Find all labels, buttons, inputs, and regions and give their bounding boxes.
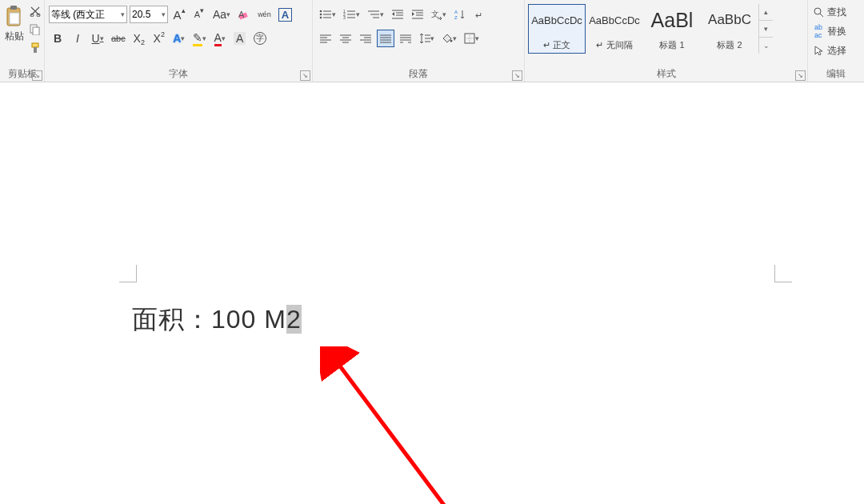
phonetic-button[interactable]: wén	[255, 6, 274, 23]
shading-button[interactable]: ▾	[439, 30, 459, 47]
svg-text:文: 文	[431, 10, 439, 18]
justify-icon	[380, 34, 391, 43]
dialog-launcher-font[interactable]	[300, 70, 310, 81]
italic-button[interactable]: I	[69, 30, 86, 47]
svg-rect-2	[10, 13, 19, 24]
grow-font-button[interactable]: A▴	[170, 6, 188, 23]
eraser-icon: A	[238, 9, 250, 20]
replace-button[interactable]: abac替换	[813, 23, 859, 39]
svg-line-66	[336, 361, 448, 504]
align-left-icon	[320, 34, 331, 43]
margin-corner-tr	[774, 265, 792, 282]
document-text[interactable]: 面积：100 M2	[132, 302, 302, 338]
clear-format-button[interactable]: A	[235, 6, 253, 23]
group-label-editing: 编辑	[826, 68, 846, 79]
svg-point-15	[320, 17, 322, 19]
borders-button[interactable]: ▾	[462, 30, 482, 47]
paste-button[interactable]: 粘贴	[2, 2, 27, 55]
multilevel-button[interactable]: ▾	[365, 6, 386, 23]
group-label-styles: 样式	[657, 68, 676, 79]
sort-button[interactable]: AZ	[451, 6, 469, 23]
paste-icon	[3, 4, 26, 30]
dialog-launcher-styles[interactable]	[795, 70, 806, 81]
bullets-icon	[319, 9, 332, 20]
cut-icon	[30, 6, 41, 17]
copy-icon	[30, 24, 41, 35]
show-marks-button[interactable]: ↵	[471, 6, 489, 23]
group-label-paragraph: 段落	[409, 68, 428, 79]
svg-rect-1	[10, 6, 17, 10]
cut-button[interactable]	[28, 4, 42, 18]
line-spacing-button[interactable]: ▾	[417, 30, 437, 47]
align-right-button[interactable]	[357, 30, 374, 47]
dialog-launcher-clipboard[interactable]	[32, 70, 42, 81]
styles-scroll: ▴ ▾ ⌄	[758, 4, 773, 54]
copy-button[interactable]	[28, 22, 42, 36]
text-selected: 2	[286, 305, 302, 334]
align-center-icon	[340, 34, 351, 43]
dec-indent-icon	[392, 9, 403, 20]
superscript-button[interactable]: X2	[150, 30, 168, 47]
enclose-icon: 字	[254, 32, 266, 45]
annotation-arrow	[320, 346, 464, 504]
font-color-button[interactable]: A▾	[211, 30, 229, 47]
align-center-button[interactable]	[337, 30, 354, 47]
distribute-button[interactable]	[397, 30, 414, 47]
ltr-button[interactable]: 文▾	[429, 6, 449, 23]
select-button[interactable]: 选择	[813, 42, 859, 58]
pilcrow-icon: ↵	[474, 9, 486, 20]
styles-more-button[interactable]: ⌄	[759, 38, 773, 54]
inc-indent-icon	[412, 9, 423, 20]
styles-down-button[interactable]: ▾	[759, 21, 773, 38]
font-name-select[interactable]: 等线 (西文正▾	[49, 6, 127, 23]
svg-rect-8	[34, 47, 37, 53]
distribute-icon	[400, 34, 411, 43]
subscript-button[interactable]: X2	[130, 30, 148, 47]
numbering-button[interactable]: 123▾	[341, 6, 362, 23]
numbering-icon: 123	[343, 9, 356, 20]
style-heading1[interactable]: AaBl 标题 1	[643, 4, 701, 54]
font-size-select[interactable]: 20.5▾	[130, 6, 168, 23]
justify-button[interactable]	[377, 30, 394, 47]
dec-indent-button[interactable]	[389, 6, 406, 23]
align-right-icon	[360, 34, 371, 43]
strike-button[interactable]: abc	[109, 30, 128, 47]
svg-text:Z: Z	[454, 15, 458, 20]
chevron-down-icon: ▾	[162, 10, 166, 18]
bucket-icon	[442, 33, 453, 44]
underline-button[interactable]: U▾	[89, 30, 106, 47]
style-normal[interactable]: AaBbCcDc ↵ 正文	[528, 4, 586, 54]
dialog-launcher-paragraph[interactable]	[512, 70, 522, 81]
paste-label: 粘贴	[5, 30, 24, 43]
group-editing: 查找 abac替换 选择 编辑	[808, 0, 864, 82]
char-border-button[interactable]: A	[276, 6, 294, 23]
margin-corner-tl	[119, 265, 137, 282]
chevron-down-icon: ▾	[121, 10, 125, 18]
text-prefix: 面积：100 M	[132, 305, 286, 334]
shrink-font-button[interactable]: A▾	[190, 6, 208, 23]
ltr-icon: 文	[431, 9, 442, 20]
group-clipboard: 粘贴 剪贴板	[0, 0, 45, 82]
style-heading2[interactable]: AaBbC 标题 2	[701, 4, 758, 54]
svg-text:↵: ↵	[475, 10, 482, 20]
find-button[interactable]: 查找	[813, 4, 859, 20]
bold-button[interactable]: B	[49, 30, 66, 47]
group-label-font: 字体	[169, 68, 188, 79]
style-no-spacing[interactable]: AaBbCcDc ↵ 无间隔	[586, 4, 643, 54]
document-area[interactable]: 面积：100 M2	[0, 82, 864, 504]
svg-point-64	[814, 8, 821, 14]
text-effects-button[interactable]: A▾	[170, 30, 188, 47]
ribbon: 粘贴 剪贴板 等线 (西文正▾ 20.5▾ A▴ A▾ Aa▾ A wén	[0, 0, 864, 82]
char-shading-button[interactable]: A	[231, 30, 249, 47]
bullets-button[interactable]: ▾	[317, 6, 338, 23]
styles-up-button[interactable]: ▴	[759, 4, 773, 21]
inc-indent-button[interactable]	[409, 6, 426, 23]
format-painter-button[interactable]	[28, 42, 42, 55]
change-case-button[interactable]: Aa▾	[210, 6, 233, 23]
highlight-button[interactable]: ✎▾	[190, 30, 209, 47]
group-paragraph: ▾ 123▾ ▾ 文▾ AZ ↵ ▾ ▾ ▾ 段落	[313, 0, 525, 82]
line-spacing-icon	[419, 33, 430, 44]
group-font: 等线 (西文正▾ 20.5▾ A▴ A▾ Aa▾ A wén A B I U▾ …	[45, 0, 313, 82]
enclose-char-button[interactable]: 字	[251, 30, 269, 47]
align-left-button[interactable]	[317, 30, 334, 47]
